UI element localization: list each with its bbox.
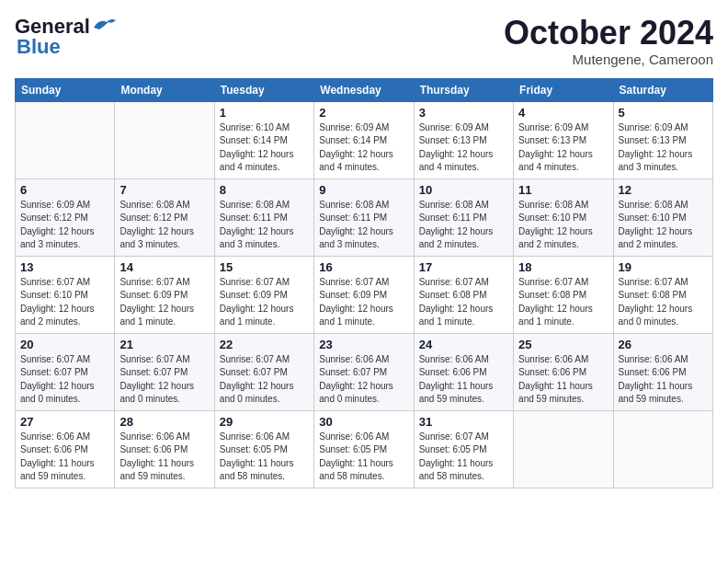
day-info: Sunrise: 6:06 AM Sunset: 6:06 PM Dayligh… bbox=[20, 431, 109, 484]
day-info: Sunrise: 6:09 AM Sunset: 6:13 PM Dayligh… bbox=[518, 121, 608, 175]
location: Mutengene, Cameroon bbox=[504, 52, 713, 67]
weekday-header-tuesday: Tuesday bbox=[214, 78, 313, 101]
day-info: Sunrise: 6:10 AM Sunset: 6:14 PM Dayligh… bbox=[220, 121, 309, 175]
day-info: Sunrise: 6:07 AM Sunset: 6:09 PM Dayligh… bbox=[119, 276, 209, 329]
calendar-cell: 24Sunrise: 6:06 AM Sunset: 6:06 PM Dayli… bbox=[414, 333, 513, 410]
day-info: Sunrise: 6:09 AM Sunset: 6:12 PM Dayligh… bbox=[20, 199, 109, 252]
day-number: 23 bbox=[319, 338, 408, 351]
weekday-header-thursday: Thursday bbox=[414, 78, 513, 101]
day-number: 3 bbox=[419, 106, 508, 120]
day-info: Sunrise: 6:08 AM Sunset: 6:11 PM Dayligh… bbox=[419, 199, 508, 252]
day-number: 9 bbox=[319, 183, 408, 197]
weekday-header-monday: Monday bbox=[115, 78, 214, 101]
calendar-cell: 30Sunrise: 6:06 AM Sunset: 6:05 PM Dayli… bbox=[314, 410, 414, 488]
day-number: 11 bbox=[518, 183, 608, 197]
calendar-cell: 1Sunrise: 6:10 AM Sunset: 6:14 PM Daylig… bbox=[214, 101, 313, 178]
day-number: 16 bbox=[319, 260, 408, 274]
day-number: 21 bbox=[119, 338, 209, 351]
calendar-table: SundayMondayTuesdayWednesdayThursdayFrid… bbox=[15, 78, 713, 488]
calendar-cell: 29Sunrise: 6:06 AM Sunset: 6:05 PM Dayli… bbox=[214, 410, 313, 488]
weekday-header-saturday: Saturday bbox=[613, 78, 712, 101]
calendar-cell: 22Sunrise: 6:07 AM Sunset: 6:07 PM Dayli… bbox=[214, 333, 313, 410]
day-number: 28 bbox=[119, 415, 209, 429]
calendar-cell bbox=[115, 101, 214, 178]
title-block: October 2024 Mutengene, Cameroon bbox=[504, 15, 713, 67]
calendar-cell bbox=[514, 410, 613, 488]
calendar-cell: 26Sunrise: 6:06 AM Sunset: 6:06 PM Dayli… bbox=[613, 333, 712, 410]
month-title: October 2024 bbox=[504, 15, 713, 52]
day-info: Sunrise: 6:07 AM Sunset: 6:08 PM Dayligh… bbox=[619, 276, 708, 329]
calendar-cell: 18Sunrise: 6:07 AM Sunset: 6:08 PM Dayli… bbox=[514, 256, 613, 333]
calendar-cell: 10Sunrise: 6:08 AM Sunset: 6:11 PM Dayli… bbox=[414, 178, 513, 256]
day-info: Sunrise: 6:09 AM Sunset: 6:14 PM Dayligh… bbox=[319, 121, 408, 175]
day-number: 25 bbox=[518, 338, 608, 351]
calendar-cell: 27Sunrise: 6:06 AM Sunset: 6:06 PM Dayli… bbox=[16, 410, 115, 488]
calendar-cell: 8Sunrise: 6:08 AM Sunset: 6:11 PM Daylig… bbox=[214, 178, 313, 256]
day-info: Sunrise: 6:07 AM Sunset: 6:07 PM Dayligh… bbox=[220, 353, 309, 407]
calendar-cell: 16Sunrise: 6:07 AM Sunset: 6:09 PM Dayli… bbox=[314, 256, 414, 333]
day-info: Sunrise: 6:07 AM Sunset: 6:05 PM Dayligh… bbox=[419, 431, 508, 484]
day-info: Sunrise: 6:08 AM Sunset: 6:11 PM Dayligh… bbox=[319, 199, 408, 252]
day-info: Sunrise: 6:07 AM Sunset: 6:08 PM Dayligh… bbox=[419, 276, 508, 329]
calendar-cell: 28Sunrise: 6:06 AM Sunset: 6:06 PM Dayli… bbox=[115, 410, 214, 488]
calendar-cell: 14Sunrise: 6:07 AM Sunset: 6:09 PM Dayli… bbox=[115, 256, 214, 333]
day-number: 14 bbox=[119, 260, 209, 274]
day-number: 2 bbox=[319, 106, 408, 120]
day-info: Sunrise: 6:06 AM Sunset: 6:06 PM Dayligh… bbox=[619, 353, 708, 407]
day-info: Sunrise: 6:06 AM Sunset: 6:05 PM Dayligh… bbox=[220, 431, 309, 484]
logo-blue: Blue bbox=[17, 35, 61, 59]
day-number: 6 bbox=[20, 183, 109, 197]
calendar-cell: 19Sunrise: 6:07 AM Sunset: 6:08 PM Dayli… bbox=[613, 256, 712, 333]
calendar-cell bbox=[613, 410, 712, 488]
calendar-cell: 12Sunrise: 6:08 AM Sunset: 6:10 PM Dayli… bbox=[613, 178, 712, 256]
day-number: 22 bbox=[220, 338, 309, 351]
day-info: Sunrise: 6:07 AM Sunset: 6:09 PM Dayligh… bbox=[319, 276, 408, 329]
day-info: Sunrise: 6:08 AM Sunset: 6:10 PM Dayligh… bbox=[518, 199, 608, 252]
calendar-cell: 23Sunrise: 6:06 AM Sunset: 6:07 PM Dayli… bbox=[314, 333, 414, 410]
day-info: Sunrise: 6:08 AM Sunset: 6:11 PM Dayligh… bbox=[220, 199, 309, 252]
calendar-cell: 15Sunrise: 6:07 AM Sunset: 6:09 PM Dayli… bbox=[214, 256, 313, 333]
day-info: Sunrise: 6:07 AM Sunset: 6:08 PM Dayligh… bbox=[518, 276, 608, 329]
day-number: 31 bbox=[419, 415, 508, 429]
day-number: 13 bbox=[20, 260, 109, 274]
day-info: Sunrise: 6:09 AM Sunset: 6:13 PM Dayligh… bbox=[619, 121, 708, 175]
day-number: 18 bbox=[518, 260, 608, 274]
calendar-cell: 2Sunrise: 6:09 AM Sunset: 6:14 PM Daylig… bbox=[314, 101, 414, 178]
weekday-header-wednesday: Wednesday bbox=[314, 78, 414, 101]
calendar-cell: 13Sunrise: 6:07 AM Sunset: 6:10 PM Dayli… bbox=[16, 256, 115, 333]
day-number: 17 bbox=[419, 260, 508, 274]
calendar-cell: 20Sunrise: 6:07 AM Sunset: 6:07 PM Dayli… bbox=[16, 333, 115, 410]
logo-bird-icon bbox=[92, 15, 118, 33]
calendar-cell: 31Sunrise: 6:07 AM Sunset: 6:05 PM Dayli… bbox=[414, 410, 513, 488]
calendar-cell: 3Sunrise: 6:09 AM Sunset: 6:13 PM Daylig… bbox=[414, 101, 513, 178]
calendar-cell: 5Sunrise: 6:09 AM Sunset: 6:13 PM Daylig… bbox=[613, 101, 712, 178]
day-info: Sunrise: 6:07 AM Sunset: 6:07 PM Dayligh… bbox=[20, 353, 109, 407]
day-info: Sunrise: 6:07 AM Sunset: 6:09 PM Dayligh… bbox=[220, 276, 309, 329]
weekday-header-friday: Friday bbox=[514, 78, 613, 101]
calendar-cell: 6Sunrise: 6:09 AM Sunset: 6:12 PM Daylig… bbox=[16, 178, 115, 256]
day-number: 19 bbox=[619, 260, 708, 274]
day-info: Sunrise: 6:09 AM Sunset: 6:13 PM Dayligh… bbox=[419, 121, 508, 175]
day-number: 8 bbox=[220, 183, 309, 197]
day-info: Sunrise: 6:08 AM Sunset: 6:12 PM Dayligh… bbox=[119, 199, 209, 252]
day-number: 29 bbox=[220, 415, 309, 429]
day-info: Sunrise: 6:06 AM Sunset: 6:06 PM Dayligh… bbox=[119, 431, 209, 484]
day-number: 1 bbox=[220, 106, 309, 120]
calendar-cell: 25Sunrise: 6:06 AM Sunset: 6:06 PM Dayli… bbox=[514, 333, 613, 410]
calendar-cell: 9Sunrise: 6:08 AM Sunset: 6:11 PM Daylig… bbox=[314, 178, 414, 256]
day-number: 12 bbox=[619, 183, 708, 197]
day-number: 10 bbox=[419, 183, 508, 197]
weekday-header-sunday: Sunday bbox=[16, 78, 115, 101]
day-number: 5 bbox=[619, 106, 708, 120]
day-info: Sunrise: 6:07 AM Sunset: 6:10 PM Dayligh… bbox=[20, 276, 109, 329]
day-number: 30 bbox=[319, 415, 408, 429]
calendar-cell: 17Sunrise: 6:07 AM Sunset: 6:08 PM Dayli… bbox=[414, 256, 513, 333]
day-info: Sunrise: 6:08 AM Sunset: 6:10 PM Dayligh… bbox=[619, 199, 708, 252]
day-number: 26 bbox=[619, 338, 708, 351]
day-number: 4 bbox=[518, 106, 608, 120]
day-info: Sunrise: 6:06 AM Sunset: 6:06 PM Dayligh… bbox=[518, 353, 608, 407]
logo: General Blue bbox=[15, 15, 118, 59]
calendar-cell: 21Sunrise: 6:07 AM Sunset: 6:07 PM Dayli… bbox=[115, 333, 214, 410]
day-info: Sunrise: 6:06 AM Sunset: 6:05 PM Dayligh… bbox=[319, 431, 408, 484]
day-info: Sunrise: 6:07 AM Sunset: 6:07 PM Dayligh… bbox=[119, 353, 209, 407]
